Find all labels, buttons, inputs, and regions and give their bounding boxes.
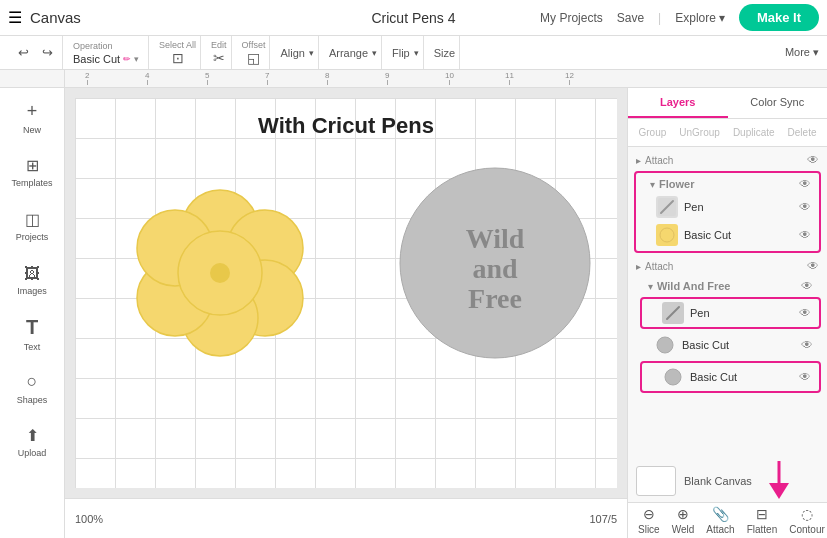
sidebar-item-upload[interactable]: ⬆ Upload <box>3 416 61 468</box>
divider: | <box>658 11 661 25</box>
select-all-icon[interactable]: ⊡ <box>172 50 184 66</box>
eye-icon-basic-cut-flower[interactable]: 👁 <box>799 228 811 242</box>
canvas-area[interactable]: With Cricut Pens <box>65 88 627 538</box>
operation-group: Operation Basic Cut ✏ ▾ <box>69 36 149 69</box>
flatten-icon: ⊟ <box>756 506 768 522</box>
svg-point-14 <box>660 228 674 242</box>
blank-canvas-button[interactable] <box>636 466 676 496</box>
panel-tabs: Layers Color Sync <box>628 88 827 119</box>
offset-icon[interactable]: ◱ <box>247 50 260 66</box>
top-bar: ☰ Canvas Cricut Pens 4 My Projects Save … <box>0 0 827 36</box>
eye-icon-attach2[interactable]: 👁 <box>807 259 819 273</box>
svg-point-18 <box>665 369 681 385</box>
svg-point-17 <box>657 337 673 353</box>
select-all-group: Select All ⊡ <box>155 36 201 69</box>
flower-shape[interactable] <box>120 173 320 376</box>
flatten-tab[interactable]: ⊟ Flatten <box>741 504 784 537</box>
svg-point-7 <box>210 263 230 283</box>
sidebar-item-templates[interactable]: ⊞ Templates <box>3 146 61 198</box>
flip-label: Flip <box>392 47 410 59</box>
eye-icon-basic-cut1[interactable]: 👁 <box>801 338 813 352</box>
sidebar-item-new[interactable]: + New <box>3 92 61 144</box>
eye-icon-pen-flower[interactable]: 👁 <box>799 200 811 214</box>
size-group[interactable]: Size <box>430 36 460 69</box>
pen-flower-label: Pen <box>684 201 793 213</box>
make-it-button[interactable]: Make It <box>739 4 819 31</box>
undo-redo-group: ↩ ↪ <box>8 36 63 69</box>
arrange-group[interactable]: Arrange ▾ <box>325 36 382 69</box>
attach-tab[interactable]: 📎 Attach <box>700 504 740 537</box>
basic-cut-wild1-thumb <box>654 334 676 356</box>
size-label: Size <box>434 47 455 59</box>
svg-text:Wild: Wild <box>466 223 525 254</box>
ungroup-button[interactable]: UnGroup <box>673 125 726 140</box>
templates-icon: ⊞ <box>26 156 39 175</box>
weld-icon: ⊕ <box>677 506 689 522</box>
flip-group[interactable]: Flip ▾ <box>388 36 424 69</box>
wild-free-group-header[interactable]: ▾ Wild And Free 👁 <box>634 277 821 295</box>
tab-color-sync[interactable]: Color Sync <box>728 88 828 118</box>
flip-chevron: ▾ <box>414 48 419 58</box>
basic-cut-flower-label: Basic Cut <box>684 229 793 241</box>
group-button[interactable]: Group <box>633 125 673 140</box>
pen-flower-thumb <box>656 196 678 218</box>
upload-icon: ⬆ <box>26 426 39 445</box>
menu-icon[interactable]: ☰ <box>8 8 22 27</box>
layers-list: ▸ Attach 👁 ▾ Flower 👁 Pen 👁 <box>628 147 827 502</box>
edit-group: Edit ✂ <box>207 36 232 69</box>
sidebar-item-images[interactable]: 🖼 Images <box>3 254 61 306</box>
projects-icon: ◫ <box>25 210 40 229</box>
sidebar-item-projects[interactable]: ◫ Projects <box>3 200 61 252</box>
align-group[interactable]: Align ▾ <box>276 36 318 69</box>
operation-value[interactable]: Basic Cut <box>73 53 120 65</box>
pen-wild-label: Pen <box>690 307 793 319</box>
tab-layers[interactable]: Layers <box>628 88 728 118</box>
weld-tab[interactable]: ⊕ Weld <box>666 504 701 537</box>
layer-basic-cut-wild1[interactable]: Basic Cut 👁 <box>634 331 821 359</box>
contour-tab[interactable]: ◌ Contour <box>783 504 827 537</box>
offset-label: Offset <box>242 40 266 50</box>
layer-basic-cut-wild2[interactable]: Basic Cut 👁 <box>642 363 819 391</box>
duplicate-button[interactable]: Duplicate <box>727 125 781 140</box>
images-icon: 🖼 <box>24 265 40 283</box>
canvas-bottom-bar: 100% 107/5 <box>65 498 627 538</box>
explore-button[interactable]: Explore ▾ <box>675 11 725 25</box>
svg-marker-20 <box>769 483 789 499</box>
layer-basic-cut-flower[interactable]: Basic Cut 👁 <box>636 221 819 249</box>
bottom-panel: ⊖ Slice ⊕ Weld 📎 Attach ⊟ Flatten ◌ Cont… <box>628 502 827 538</box>
flower-group-header[interactable]: ▾ Flower 👁 <box>636 175 819 193</box>
sidebar-item-text[interactable]: T Text <box>3 308 61 360</box>
sidebar-item-shapes[interactable]: ○ Shapes <box>3 362 61 414</box>
delete-button[interactable]: Delete <box>782 125 823 140</box>
eye-icon-wild-free[interactable]: 👁 <box>801 279 813 293</box>
layer-pen-flower[interactable]: Pen 👁 <box>636 193 819 221</box>
main-content: + New ⊞ Templates ◫ Projects 🖼 Images T … <box>0 88 827 538</box>
arrange-chevron: ▾ <box>372 48 377 58</box>
eye-icon-basic-cut2[interactable]: 👁 <box>799 370 811 384</box>
undo-button[interactable]: ↩ <box>12 42 34 64</box>
blank-canvas-label: Blank Canvas <box>684 475 752 487</box>
eye-icon-flower[interactable]: 👁 <box>799 177 811 191</box>
left-sidebar: + New ⊞ Templates ◫ Projects 🖼 Images T … <box>0 88 65 538</box>
layer-pen-wild[interactable]: Pen 👁 <box>642 299 819 327</box>
edit-icon[interactable]: ✂ <box>213 50 225 66</box>
slice-tab[interactable]: ⊖ Slice <box>632 504 666 537</box>
my-projects-link[interactable]: My Projects <box>540 11 603 25</box>
eye-icon-attach1[interactable]: 👁 <box>807 153 819 167</box>
pen-wild-thumb <box>662 302 684 324</box>
operation-icon: ✏ <box>123 54 131 64</box>
project-title: Cricut Pens 4 <box>371 10 455 26</box>
zoom-level[interactable]: 100% <box>75 513 103 525</box>
svg-text:and: and <box>472 253 518 284</box>
chevron-down-icon: ▾ <box>719 11 725 25</box>
canvas-title: With Cricut Pens <box>258 113 434 139</box>
eye-icon-pen-wild[interactable]: 👁 <box>799 306 811 320</box>
basic-cut-wild2-thumb <box>662 366 684 388</box>
operation-label: Operation <box>73 41 139 51</box>
position-info: 107/5 <box>589 513 617 525</box>
save-button[interactable]: Save <box>617 11 644 25</box>
redo-button[interactable]: ↪ <box>36 42 58 64</box>
circular-badge[interactable]: Wild and Free <box>395 163 595 366</box>
more-button[interactable]: More ▾ <box>785 46 819 59</box>
text-icon: T <box>26 316 38 339</box>
